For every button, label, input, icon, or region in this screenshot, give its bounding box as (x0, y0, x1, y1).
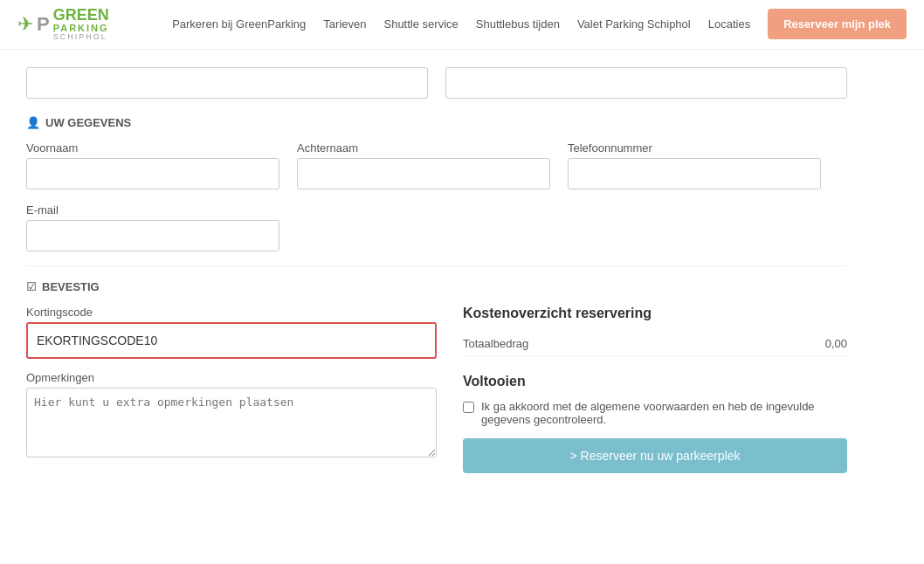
voornaam-input[interactable] (26, 158, 279, 189)
logo-green: GREEN (53, 7, 109, 23)
nav-item-shuttlebus[interactable]: Shuttlebus tijden (476, 17, 560, 31)
uw-gegevens-label: UW GEGEVENS (45, 116, 131, 129)
main-nav: Parkeren bij GreenParking Tarieven Shutt… (172, 9, 907, 39)
top-inputs (26, 67, 847, 99)
kortingscode-label: Kortingscode (26, 306, 437, 319)
nav-item-tarieven[interactable]: Tarieven (323, 17, 366, 31)
voltooien-title: Voltooien (463, 374, 847, 389)
akkoord-text: Ik ga akkoord met de algemene voorwaarde… (481, 400, 847, 426)
voornaam-label: Voornaam (26, 141, 279, 155)
header: ✈ P GREEN PARKING SCHIPHOL Parkeren bij … (0, 0, 924, 50)
email-label: E-mail (26, 203, 279, 217)
kortingscode-input[interactable] (26, 322, 437, 359)
nav-item-shuttle[interactable]: Shuttle service (383, 17, 458, 31)
achternaam-label: Achternaam (297, 141, 550, 155)
main-content: 👤 UW GEGEVENS Voornaam Achternaam Telefo… (0, 50, 873, 491)
cost-row-total: Totaalbedrag 0,00 (463, 332, 847, 356)
top-input-2[interactable] (445, 67, 847, 99)
cost-title: Kostenoverzicht reservering (463, 306, 847, 321)
akkoord-row: Ik ga akkoord met de algemene voorwaarde… (463, 400, 847, 426)
logo: ✈ P GREEN PARKING SCHIPHOL (17, 7, 109, 42)
name-row: Voornaam Achternaam Telefoonnummer (26, 141, 847, 189)
nav-reserve-button[interactable]: Reserveer mijn plek (768, 9, 907, 39)
nav-item-locaties[interactable]: Locaties (708, 17, 750, 31)
akkoord-checkbox[interactable] (463, 402, 474, 413)
opmerkingen-textarea[interactable] (26, 388, 437, 457)
nav-item-parkeren[interactable]: Parkeren bij GreenParking (172, 17, 306, 31)
telefoonnummer-input[interactable] (568, 158, 821, 189)
top-input-1[interactable] (26, 67, 428, 99)
reserve-button[interactable]: > Reserveer nu uw parkeerplek (463, 438, 847, 473)
uw-gegevens-header: 👤 UW GEGEVENS (26, 116, 847, 129)
email-row: E-mail (26, 203, 847, 251)
user-icon: 👤 (26, 116, 40, 129)
email-group: E-mail (26, 203, 279, 251)
achternaam-input[interactable] (297, 158, 550, 189)
bevestig-header: ☑ BEVESTIG (26, 280, 847, 293)
col-left: Kortingscode Opmerkingen (26, 306, 437, 473)
bevestig-label: BEVESTIG (42, 280, 100, 293)
telefoonnummer-group: Telefoonnummer (568, 141, 821, 189)
telefoonnummer-label: Telefoonnummer (568, 141, 821, 155)
voornaam-group: Voornaam (26, 141, 279, 189)
logo-schiphol: SCHIPHOL (53, 33, 109, 42)
check-icon: ☑ (26, 280, 37, 293)
opmerkingen-label: Opmerkingen (26, 371, 437, 384)
divider (26, 265, 847, 266)
totaal-label: Totaalbedrag (463, 337, 528, 350)
totaal-value: 0,00 (825, 337, 847, 350)
logo-text: GREEN PARKING SCHIPHOL (53, 7, 109, 42)
col-right: Kostenoverzicht reservering Totaalbedrag… (463, 306, 847, 473)
bevestig-two-col: Kortingscode Opmerkingen Kostenoverzicht… (26, 306, 847, 473)
p-icon: P (37, 13, 50, 36)
plane-icon: ✈ (17, 13, 33, 36)
achternaam-group: Achternaam (297, 141, 550, 189)
nav-item-valet[interactable]: Valet Parking Schiphol (577, 17, 691, 31)
email-input[interactable] (26, 220, 279, 251)
